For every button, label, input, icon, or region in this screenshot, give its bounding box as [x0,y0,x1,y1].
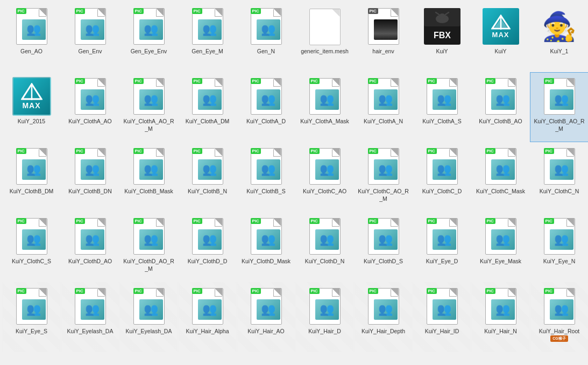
file-icon: 👥 PIC [130,7,168,46]
file-name-label: Gen_Eye_M [192,48,223,55]
file-item[interactable]: 👥 PIC KuiY_Hair_RootCG猴子 [530,282,588,352]
svg-text:FBX: FBX [434,31,451,40]
file-icon: 👥 PIC [12,7,51,46]
file-item[interactable]: 👥 PIC KuiY_ClothD_N [295,212,354,282]
file-icon: 👥 PIC [247,287,286,326]
file-item[interactable]: 👥 PIC KuiY_Hair_N [471,282,530,352]
file-icon: 👥 PIC [306,77,344,116]
file-item[interactable]: 👥 PIC KuiY_ClothC_S [2,212,61,282]
file-icon: 👥 PIC [130,287,168,326]
file-item[interactable]: 👥 PIC KuiY_ClothB_N [178,142,237,212]
file-item[interactable]: 👥 PIC KuiY_ClothD_AO [61,212,119,282]
file-item[interactable]: 👥 PIC KuiY_Hair_D [295,282,354,352]
file-icon: 👥 PIC [306,147,344,186]
file-icon: 👥 PIC [130,77,168,116]
file-item[interactable]: 👥 PIC Gen_AO [2,2,61,72]
file-item[interactable]: 👥 PIC KuiY_ClothA_Mask [295,72,354,142]
file-name-label: KuiY_Eye_Mask [480,258,521,265]
file-item[interactable]: 👥 PIC KuiY_ClothA_N [354,72,413,142]
file-name-label: KuiY_ClothA_DM [186,118,230,125]
file-item[interactable]: 👥 PIC KuiY_ClothC_AO [295,142,354,212]
file-item[interactable]: 👥 PIC Gen_Env [61,2,119,72]
file-icon: 👥 PIC [247,147,286,186]
file-icon: 👥 PIC [364,287,403,326]
file-item[interactable]: MAX KuiY_2015 [2,72,61,142]
file-item[interactable]: MAX KuiY [471,2,530,72]
file-icon: 👥 PIC [364,77,403,116]
file-item[interactable]: 👥 PIC KuiY_Eyelash_DA [119,282,178,352]
file-item[interactable]: 👥 PIC KuiY_Hair_AO [237,282,295,352]
file-item[interactable]: 👥 PIC KuiY_ClothA_AO [61,72,119,142]
file-name-label: KuiY_1 [550,48,569,55]
file-item[interactable]: 👥 PIC KuiY_ClothC_D [413,142,471,212]
svg-point-3 [439,13,445,19]
file-item[interactable]: 👥 PIC Gen_Eye_Env [119,2,178,72]
file-name-label: KuiY_ClothA_D [246,118,286,125]
file-icon: PIC [364,7,403,46]
file-name-label: KuiY_ClothC_Mask [476,188,525,195]
file-name-label: KuiY_Eye_S [16,328,47,335]
file-name-label: KuiY_Hair_Depth [362,328,405,335]
file-icon: 👥 PIC [540,287,579,326]
file-icon: 👥 PIC [247,77,286,116]
file-name-label: KuiY_ClothC_S [12,258,51,265]
file-item[interactable]: 👥 PIC KuiY_ClothA_AO_R_M [119,72,178,142]
file-icon: 👥 PIC [481,287,520,326]
file-icon: 👥 PIC [540,147,579,186]
file-item[interactable]: 👥 PIC KuiY_ClothC_N [530,142,588,212]
file-item[interactable]: 👥 PIC Gen_Eye_M [178,2,237,72]
file-item[interactable]: 👥 PIC KuiY_ClothA_DM [178,72,237,142]
file-name-label: KuiY [494,48,506,55]
file-item[interactable]: 👥 PIC KuiY_Hair_Depth [354,282,413,352]
file-icon: 👥 PIC [540,217,579,256]
file-item[interactable]: FBX KuiY [413,2,471,72]
file-icon: 👥 PIC [423,77,462,116]
file-item[interactable]: 👥 PIC KuiY_ClothC_Mask [471,142,530,212]
file-name-label: KuiY_Hair_D [308,328,341,335]
file-name-label: KuiY_Hair_Alpha [186,328,229,335]
file-name-label: KuiY_ClothB_Mask [124,188,173,195]
file-name-label: Gen_Env [79,48,102,55]
file-item[interactable]: 👥 PIC KuiY_ClothD_S [354,212,413,282]
file-item[interactable]: 👥 PIC KuiY_ClothB_DM [2,142,61,212]
file-item[interactable]: 👥 PIC KuiY_Eye_S [2,282,61,352]
file-item[interactable]: 👥 PIC KuiY_Hair_Alpha [178,282,237,352]
file-name-label: KuiY_ClothA_Mask [300,118,349,125]
file-name-label: KuiY_ClothB_S [246,188,285,195]
file-item[interactable]: 👥 PIC KuiY_Hair_ID [413,282,471,352]
file-name-label: KuiY_Hair_N [484,328,517,335]
file-item[interactable]: PIC hair_env [354,2,413,72]
file-item[interactable]: 👥 PIC KuiY_Eye_N [530,212,588,282]
file-name-label: KuiY_Hair_ID [425,328,459,335]
file-icon: 👥 PIC [71,217,110,256]
file-name-label: KuiY_ClothB_AO_R_M [533,118,586,132]
file-item[interactable]: 👥 PIC Gen_N [237,2,295,72]
file-item[interactable]: generic_item.mesh [295,2,354,72]
file-name-label: KuiY_ClothB_AO [479,118,522,125]
file-item[interactable]: 👥 PIC KuiY_ClothA_S [413,72,471,142]
file-item[interactable]: 👥 PIC KuiY_ClothD_Mask [237,212,295,282]
file-name-label: KuiY_ClothD_AO [68,258,112,265]
file-item[interactable]: 👥 PIC KuiY_ClothB_DN [61,142,119,212]
file-icon: 👥 PIC [71,287,110,326]
file-name-label: KuiY_ClothC_D [422,188,462,195]
file-item[interactable]: 👥 PIC KuiY_ClothA_D [237,72,295,142]
file-item[interactable]: 👥 PIC KuiY_Eye_Mask [471,212,530,282]
file-name-label: KuiY_ClothD_AO_R_M [122,258,175,272]
file-item[interactable]: 👥 PIC KuiY_ClothB_Mask [119,142,178,212]
file-item[interactable]: 👥 PIC KuiY_ClothC_AO_R_M [354,142,413,212]
file-icon: 👥 PIC [12,217,51,256]
file-item[interactable]: 🧙 KuiY_1 [530,2,588,72]
file-item[interactable]: 👥 PIC KuiY_ClothB_AO_R_M [530,72,588,142]
file-item[interactable]: 👥 PIC KuiY_ClothB_S [237,142,295,212]
file-item[interactable]: 👥 PIC KuiY_Eye_D [413,212,471,282]
file-icon: 👥 PIC [71,147,110,186]
file-name-label: KuiY_ClothC_N [540,188,579,195]
file-icon: 👥 PIC [12,287,51,326]
file-item[interactable]: 👥 PIC KuiY_Eyelash_DA [61,282,119,352]
file-icon: 👥 PIC [481,77,520,116]
file-name-label: KuiY_ClothB_DN [68,188,112,195]
file-item[interactable]: 👥 PIC KuiY_ClothD_D [178,212,237,282]
file-item[interactable]: 👥 PIC KuiY_ClothB_AO [471,72,530,142]
file-item[interactable]: 👥 PIC KuiY_ClothD_AO_R_M [119,212,178,282]
